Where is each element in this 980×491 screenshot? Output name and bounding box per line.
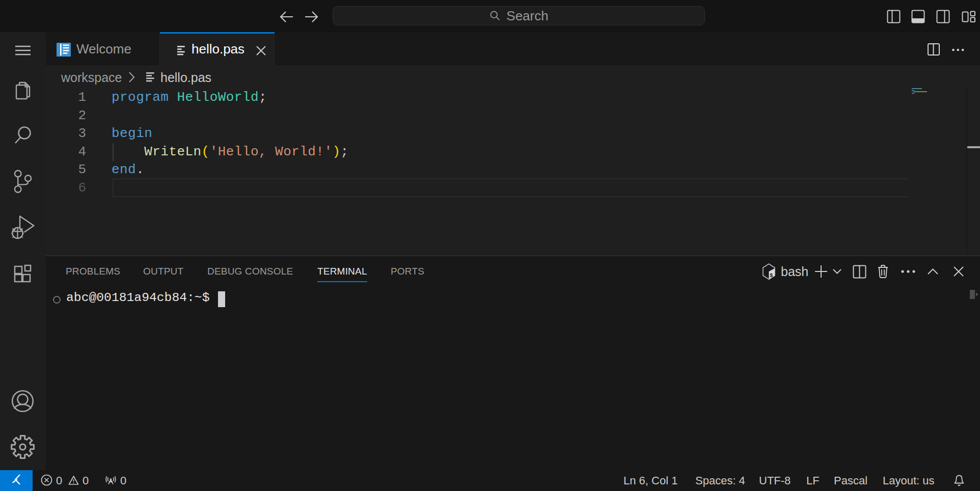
svg-text:$: $ <box>770 272 773 279</box>
